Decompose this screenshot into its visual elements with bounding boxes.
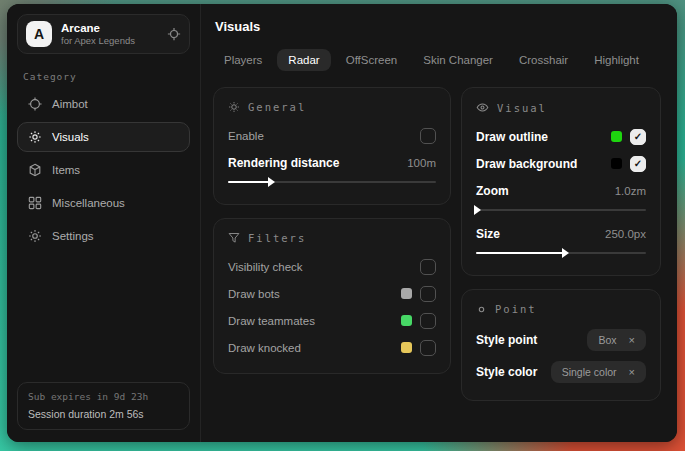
draw-bots-color-swatch[interactable] [401,288,412,299]
enable-row: Enable [228,122,436,149]
draw-teammates-row: Draw teammates [228,307,436,334]
zoom-label: Zoom [476,184,607,198]
rendering-distance-slider[interactable] [228,177,436,187]
slider-fill [476,252,564,254]
draw-outline-row: Draw outline [476,123,646,150]
size-slider[interactable] [476,248,646,258]
size-row: Size 250.0px [476,220,646,247]
draw-knocked-color-swatch[interactable] [401,342,412,353]
sidebar-item-label: Visuals [52,131,89,143]
eye-icon [476,101,489,114]
style-point-select[interactable]: Box × [587,329,646,351]
visibility-check-row: Visibility check [228,253,436,280]
style-point-label: Style point [476,333,579,347]
draw-bots-checkbox[interactable] [420,286,436,302]
style-color-value: Single color [562,366,617,378]
draw-teammates-label: Draw teammates [228,315,393,327]
close-icon[interactable]: × [629,335,635,346]
draw-background-checkbox[interactable] [630,156,646,172]
slider-thumb[interactable] [474,205,481,215]
sidebar-item-label: Aimbot [52,98,88,110]
crosshair-icon [28,97,42,111]
app-logo: A [26,21,52,47]
slider-thumb[interactable] [268,177,275,187]
point-panel-title: Point [495,303,537,315]
enable-checkbox[interactable] [420,128,436,144]
funnel-icon [228,232,240,244]
filters-panel-header: Filters [228,232,436,244]
style-point-value: Box [598,334,616,346]
size-value: 250.0px [605,228,646,240]
sidebar: A Arcane for Apex Legends Category Aimbo… [7,4,201,442]
draw-bots-row: Draw bots [228,280,436,307]
zoom-slider[interactable] [476,205,646,215]
sidebar-item-label: Settings [52,230,94,242]
sun-gear-icon [228,101,240,113]
enable-label: Enable [228,130,412,142]
sidebar-item-miscellaneous[interactable]: Miscellaneous [17,188,190,218]
tab-radar[interactable]: Radar [277,49,330,71]
filters-panel: Filters Visibility check Draw bots Draw … [213,218,451,374]
general-panel: General Enable Rendering distance 100m [213,87,451,205]
tab-bar: Players Radar OffScreen Skin Changer Cro… [213,49,661,71]
sidebar-item-aimbot[interactable]: Aimbot [17,89,190,119]
right-column: Visual Draw outline Draw background Zoom [461,87,661,401]
target-icon[interactable] [167,27,181,41]
size-label: Size [476,227,597,241]
slider-thumb[interactable] [562,248,569,258]
visibility-check-label: Visibility check [228,261,412,273]
close-icon[interactable]: × [629,367,635,378]
app-subtitle: for Apex Legends [61,36,135,46]
general-panel-title: General [248,101,306,113]
draw-knocked-row: Draw knocked [228,334,436,361]
draw-outline-color-swatch[interactable] [611,131,622,142]
style-point-row: Style point Box × [476,324,646,356]
tab-players[interactable]: Players [213,49,273,71]
visual-panel: Visual Draw outline Draw background Zoom [461,87,661,276]
dot-icon [476,304,487,315]
category-label: Category [23,71,184,82]
style-color-row: Style color Single color × [476,356,646,388]
draw-background-color-swatch[interactable] [611,158,622,169]
cube-icon [28,163,42,177]
panels-area: General Enable Rendering distance 100m [213,87,661,401]
tab-highlight[interactable]: Highlight [583,49,650,71]
sidebar-item-label: Miscellaneous [52,197,125,209]
main-content: Visuals Players Radar OffScreen Skin Cha… [201,4,677,442]
slider-fill [228,181,270,183]
app-title: Arcane [61,23,135,35]
left-column: General Enable Rendering distance 100m [213,87,451,374]
brand-text: Arcane for Apex Legends [61,23,135,46]
tab-crosshair[interactable]: Crosshair [508,49,579,71]
zoom-row: Zoom 1.0zm [476,177,646,204]
draw-bots-label: Draw bots [228,288,393,300]
sidebar-item-settings[interactable]: Settings [17,221,190,251]
eye-flash-icon [28,130,42,144]
rendering-distance-row: Rendering distance 100m [228,149,436,176]
sidebar-item-items[interactable]: Items [17,155,190,185]
general-panel-header: General [228,101,436,113]
grid-icon [28,196,42,210]
brand-header: A Arcane for Apex Legends [17,14,190,54]
tab-offscreen[interactable]: OffScreen [335,49,409,71]
visual-panel-title: Visual [497,102,547,114]
draw-knocked-checkbox[interactable] [420,340,436,356]
sub-expires-text: Sub expires in 9d 23h [28,391,179,404]
draw-teammates-checkbox[interactable] [420,313,436,329]
slider-track[interactable] [476,209,646,211]
sidebar-item-label: Items [52,164,80,176]
rendering-distance-label: Rendering distance [228,156,399,170]
draw-background-row: Draw background [476,150,646,177]
draw-outline-checkbox[interactable] [630,129,646,145]
visual-panel-header: Visual [476,101,646,114]
sidebar-item-visuals[interactable]: Visuals [17,122,190,152]
visibility-check-checkbox[interactable] [420,259,436,275]
tab-skin-changer[interactable]: Skin Changer [412,49,504,71]
page-title: Visuals [215,19,661,34]
filters-panel-title: Filters [248,232,306,244]
draw-outline-label: Draw outline [476,130,603,144]
style-color-label: Style color [476,365,543,379]
point-panel-header: Point [476,303,646,315]
style-color-select[interactable]: Single color × [551,361,646,383]
draw-teammates-color-swatch[interactable] [401,315,412,326]
